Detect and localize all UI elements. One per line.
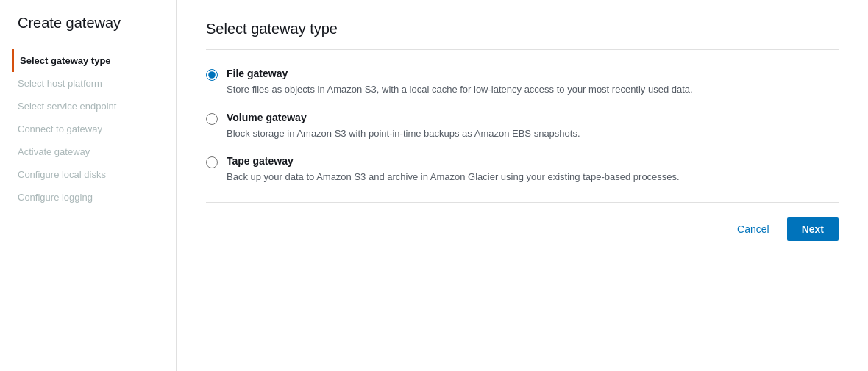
sidebar-item-configure-local-disks[interactable]: Configure local disks [15,163,176,186]
tape-gateway-title: Tape gateway [227,155,680,167]
next-button[interactable]: Next [787,217,839,241]
sidebar: Create gateway Select gateway type Selec… [0,0,177,371]
volume-gateway-option[interactable]: Volume gateway Block storage in Amazon S… [206,112,839,141]
tape-gateway-radio[interactable] [206,156,218,168]
tape-gateway-option[interactable]: Tape gateway Back up your data to Amazon… [206,155,839,184]
volume-gateway-radio[interactable] [206,113,218,125]
gateway-options-list: File gateway Store files as objects in A… [206,68,839,184]
file-gateway-title: File gateway [227,68,693,79]
volume-gateway-description: Block storage in Amazon S3 with point-in… [227,126,580,141]
sidebar-item-select-gateway-type[interactable]: Select gateway type [12,49,176,72]
sidebar-item-activate-gateway[interactable]: Activate gateway [15,140,176,163]
page-title: Create gateway [15,15,176,32]
cancel-button[interactable]: Cancel [728,217,778,241]
section-heading: Select gateway type [206,21,839,37]
file-gateway-description: Store files as objects in Amazon S3, wit… [227,82,693,97]
top-divider [206,49,839,50]
tape-gateway-description: Back up your data to Amazon S3 and archi… [227,170,680,184]
file-gateway-option[interactable]: File gateway Store files as objects in A… [206,68,839,97]
main-content: Select gateway type File gateway Store f… [177,0,868,371]
sidebar-item-select-service-endpoint[interactable]: Select service endpoint [15,95,176,118]
volume-gateway-content: Volume gateway Block storage in Amazon S… [227,112,580,141]
file-gateway-content: File gateway Store files as objects in A… [227,68,693,97]
sidebar-item-connect-to-gateway[interactable]: Connect to gateway [15,118,176,140]
sidebar-item-select-host-platform[interactable]: Select host platform [15,72,176,95]
footer-actions: Cancel Next [206,217,839,241]
volume-gateway-title: Volume gateway [227,112,580,123]
tape-gateway-content: Tape gateway Back up your data to Amazon… [227,155,680,184]
sidebar-nav: Select gateway type Select host platform… [15,49,176,209]
file-gateway-radio[interactable] [206,69,218,81]
sidebar-item-configure-logging[interactable]: Configure logging [15,186,176,209]
bottom-divider [206,202,839,203]
